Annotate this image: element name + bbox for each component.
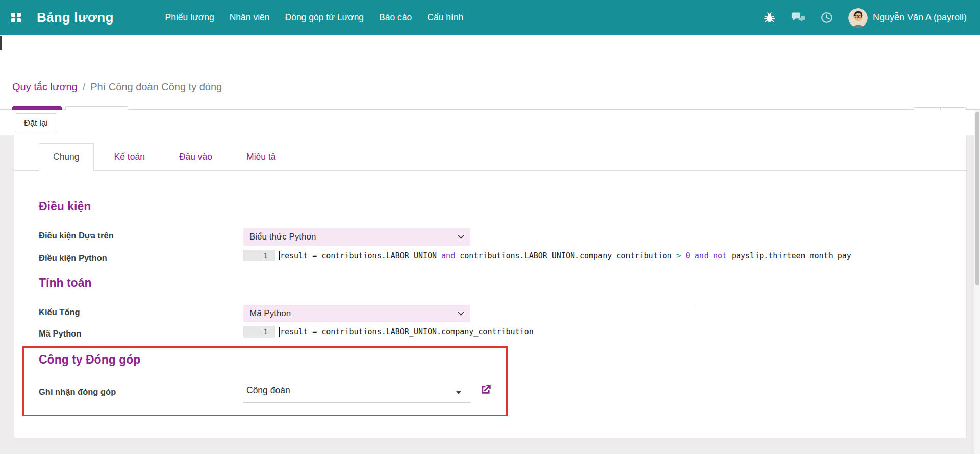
menu-employees[interactable]: Nhân viên xyxy=(222,12,278,23)
label-amount-type: Kiểu Tổng xyxy=(39,307,80,317)
tab-accounting[interactable]: Kế toán xyxy=(100,143,159,171)
breadcrumb-salary-rules[interactable]: Quy tắc lương xyxy=(12,81,78,93)
condition-python-code: result = contributions.LABOR_UNION and c… xyxy=(280,251,851,260)
menu-configuration[interactable]: Cấu hình xyxy=(419,12,471,23)
column-divider xyxy=(697,305,697,325)
text-cursor xyxy=(279,327,280,337)
tab-inputs[interactable]: Đầu vào xyxy=(165,143,226,171)
menu-reports[interactable]: Báo cáo xyxy=(371,12,419,23)
payroll-app-window: Bảng lương Phiếu lương Nhân viên Đóng gó… xyxy=(0,0,980,454)
condition-python-code-editor[interactable]: 1 result = contributions.LABOR_UNION and… xyxy=(243,250,851,261)
amount-type-value: Mã Python xyxy=(249,308,291,319)
text-cursor xyxy=(279,251,280,260)
breadcrumb: Quy tắc lương / Phí Công đoàn Công ty đó… xyxy=(12,79,222,94)
label-contribution-register: Ghi nhận đóng góp xyxy=(39,387,116,397)
menu-salary-contributions[interactable]: Đóng góp từ Lương xyxy=(278,12,372,23)
chevron-down-icon xyxy=(458,309,464,316)
user-avatar[interactable] xyxy=(848,8,868,28)
bug-icon[interactable] xyxy=(756,12,784,23)
condition-based-on-value: Biểu thức Python xyxy=(249,232,316,242)
tab-general[interactable]: Chung xyxy=(39,143,94,171)
breadcrumb-current-record: Phí Công đoàn Công ty đóng xyxy=(90,81,222,93)
activities-clock-icon[interactable] xyxy=(813,11,841,24)
notebook-tabs: Chung Kế toán Đầu vào Miêu tả xyxy=(14,142,967,171)
form-statusbar: Đặt lại xyxy=(0,110,980,135)
amount-type-select[interactable]: Mã Python xyxy=(243,305,470,322)
python-code: result = contributions.LABOR_UNION.compa… xyxy=(280,327,534,337)
main-menu: Phiếu lương Nhân viên Đóng góp từ Lương … xyxy=(158,12,471,23)
code-line-number: 1 xyxy=(243,250,275,261)
caret-down-icon[interactable] xyxy=(456,391,461,394)
apps-grid-glyph xyxy=(11,13,21,22)
section-title-computation: Tính toán xyxy=(39,276,91,290)
contribution-register-value: Công đoàn xyxy=(246,385,290,396)
top-navbar: Bảng lương Phiếu lương Nhân viên Đóng gó… xyxy=(0,0,980,35)
apps-grid-icon[interactable] xyxy=(4,0,28,35)
section-title-condition: Điều kiện xyxy=(39,200,91,213)
chevron-down-icon xyxy=(458,232,464,239)
contribution-register-field[interactable]: Công đoàn xyxy=(243,384,470,403)
menu-payslips[interactable]: Phiếu lương xyxy=(158,12,222,23)
tab-description[interactable]: Miêu tả xyxy=(233,143,289,171)
label-condition-based-on: Điều kiện Dựa trên xyxy=(39,231,114,241)
topbar-right: Nguyễn Văn A (payroll) xyxy=(756,8,980,28)
condition-based-on-select[interactable]: Biểu thức Python xyxy=(243,228,470,246)
field-underline xyxy=(243,402,470,403)
scrollbar-thumb[interactable] xyxy=(975,112,979,285)
control-panel: Quy tắc lương / Phí Công đoàn Công ty đó… xyxy=(0,35,980,110)
label-condition-python: Điều kiện Python xyxy=(39,253,107,263)
breadcrumb-separator: / xyxy=(83,81,86,93)
app-title[interactable]: Bảng lương xyxy=(37,10,114,26)
reset-button[interactable]: Đặt lại xyxy=(15,113,57,132)
section-title-company-contribution: Công ty Đóng góp xyxy=(39,353,140,367)
messages-icon[interactable] xyxy=(784,12,813,24)
user-menu[interactable]: Nguyễn Văn A (payroll) xyxy=(873,12,967,23)
label-python-code: Mã Python xyxy=(39,329,81,339)
python-code-editor[interactable]: 1 result = contributions.LABOR_UNION.com… xyxy=(243,326,534,338)
external-link-icon[interactable] xyxy=(479,383,493,397)
code-line-number: 1 xyxy=(243,326,275,338)
window-edge-mark xyxy=(0,36,2,50)
scrollbar[interactable] xyxy=(974,110,980,454)
